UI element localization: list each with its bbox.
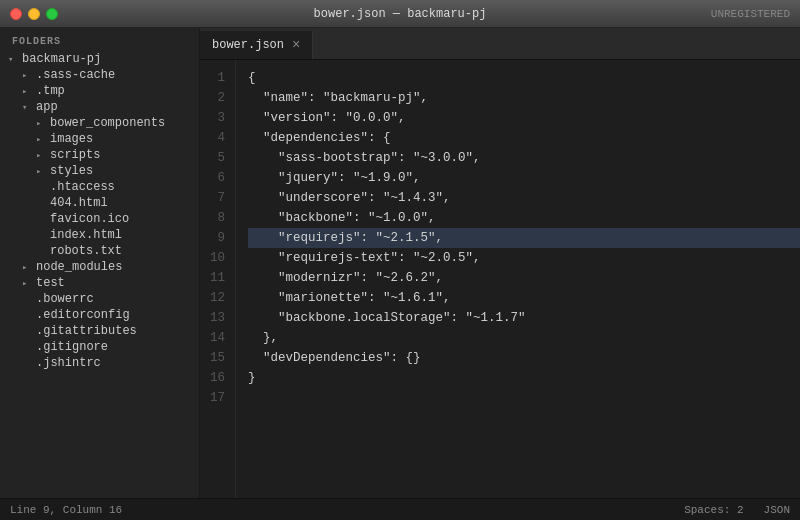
spaces-indicator: Spaces: 2 xyxy=(684,504,743,516)
code-line-14: }, xyxy=(248,328,800,348)
line-number-9: 9 xyxy=(208,228,225,248)
sidebar-header: FOLDERS xyxy=(0,28,199,51)
line-number-11: 11 xyxy=(208,268,225,288)
tree-label: node_modules xyxy=(36,260,199,274)
tree-item-faviconico[interactable]: favicon.ico xyxy=(0,211,199,227)
tree-arrow: ▸ xyxy=(36,118,50,129)
tree-arrow: ▾ xyxy=(22,102,36,113)
code-line-5: "sass-bootstrap": "~3.0.0", xyxy=(248,148,800,168)
tree-item-gitattributes[interactable]: .gitattributes xyxy=(0,323,199,339)
tree-item-styles[interactable]: ▸ styles xyxy=(0,163,199,179)
code-line-1: { xyxy=(248,68,800,88)
tab-bar: bower.json × xyxy=(200,28,800,60)
tree-label: bower_components xyxy=(50,116,199,130)
line-number-4: 4 xyxy=(208,128,225,148)
code-line-6: "jquery": "~1.9.0", xyxy=(248,168,800,188)
tree-item-test[interactable]: ▸ test xyxy=(0,275,199,291)
code-line-15: "devDependencies": {} xyxy=(248,348,800,368)
tree-label: .gitattributes xyxy=(36,324,199,338)
code-line-4: "dependencies": { xyxy=(248,128,800,148)
tree-arrow: ▾ xyxy=(8,54,22,65)
code-line-9: "requirejs": "~2.1.5", xyxy=(248,228,800,248)
tree-item-scripts[interactable]: ▸ scripts xyxy=(0,147,199,163)
tree-item-htaccess[interactable]: .htaccess xyxy=(0,179,199,195)
tree-item-gitignore[interactable]: .gitignore xyxy=(0,339,199,355)
tree-arrow: ▸ xyxy=(22,70,36,81)
tree-arrow: ▸ xyxy=(22,262,36,273)
file-tree: ▾ backmaru-pj ▸ .sass-cache ▸ .tmp ▾ app… xyxy=(0,51,199,371)
tree-label: .editorconfig xyxy=(36,308,199,322)
cursor-position: Line 9, Column 16 xyxy=(10,504,122,516)
tree-label: backmaru-pj xyxy=(22,52,199,66)
tree-label: robots.txt xyxy=(50,244,199,258)
tree-label: styles xyxy=(50,164,199,178)
tree-item-bower_components[interactable]: ▸ bower_components xyxy=(0,115,199,131)
language-indicator: JSON xyxy=(764,504,790,516)
tree-arrow: ▸ xyxy=(22,86,36,97)
tree-item-node_modules[interactable]: ▸ node_modules xyxy=(0,259,199,275)
editor-content: 1234567891011121314151617 { "name": "bac… xyxy=(200,60,800,498)
code-line-8: "backbone": "~1.0.0", xyxy=(248,208,800,228)
code-line-10: "requirejs-text": "~2.0.5", xyxy=(248,248,800,268)
tree-arrow: ▸ xyxy=(36,150,50,161)
tree-item-tmp[interactable]: ▸ .tmp xyxy=(0,83,199,99)
maximize-button[interactable] xyxy=(46,8,58,20)
code-line-2: "name": "backmaru-pj", xyxy=(248,88,800,108)
code-line-7: "underscore": "~1.4.3", xyxy=(248,188,800,208)
tree-item-sass-cache[interactable]: ▸ .sass-cache xyxy=(0,67,199,83)
code-line-12: "marionette": "~1.6.1", xyxy=(248,288,800,308)
line-number-2: 2 xyxy=(208,88,225,108)
tree-label: 404.html xyxy=(50,196,199,210)
code-line-13: "backbone.localStorage": "~1.1.7" xyxy=(248,308,800,328)
titlebar: bower.json — backmaru-pj UNREGISTERED xyxy=(0,0,800,28)
statusbar: Line 9, Column 16 Spaces: 2 JSON xyxy=(0,498,800,520)
tree-label: .sass-cache xyxy=(36,68,199,82)
tree-item-jshintrc[interactable]: .jshintrc xyxy=(0,355,199,371)
line-number-12: 12 xyxy=(208,288,225,308)
sidebar: FOLDERS ▾ backmaru-pj ▸ .sass-cache ▸ .t… xyxy=(0,28,200,498)
tab-bower-json[interactable]: bower.json × xyxy=(200,31,313,59)
tree-label: .tmp xyxy=(36,84,199,98)
minimize-button[interactable] xyxy=(28,8,40,20)
tree-label: app xyxy=(36,100,199,114)
tree-label: .bowerrc xyxy=(36,292,199,306)
tree-item-indexhtml[interactable]: index.html xyxy=(0,227,199,243)
editor-area: bower.json × 1234567891011121314151617 {… xyxy=(200,28,800,498)
code-editor[interactable]: { "name": "backmaru-pj", "version": "0.0… xyxy=(236,60,800,498)
code-line-17 xyxy=(248,388,800,408)
tree-item-bowerrc[interactable]: .bowerrc xyxy=(0,291,199,307)
line-number-7: 7 xyxy=(208,188,225,208)
line-number-13: 13 xyxy=(208,308,225,328)
code-line-3: "version": "0.0.0", xyxy=(248,108,800,128)
tree-arrow: ▸ xyxy=(36,166,50,177)
tree-item-robotstxt[interactable]: robots.txt xyxy=(0,243,199,259)
line-number-5: 5 xyxy=(208,148,225,168)
tree-item-editorconfig[interactable]: .editorconfig xyxy=(0,307,199,323)
tree-item-app[interactable]: ▾ app xyxy=(0,99,199,115)
tree-label: test xyxy=(36,276,199,290)
window-title: bower.json — backmaru-pj xyxy=(314,7,487,21)
line-number-14: 14 xyxy=(208,328,225,348)
line-number-6: 6 xyxy=(208,168,225,188)
tree-label: index.html xyxy=(50,228,199,242)
line-number-3: 3 xyxy=(208,108,225,128)
line-number-17: 17 xyxy=(208,388,225,408)
tree-label: .gitignore xyxy=(36,340,199,354)
line-numbers: 1234567891011121314151617 xyxy=(200,60,236,498)
tab-close-button[interactable]: × xyxy=(292,38,300,52)
tree-item-404html[interactable]: 404.html xyxy=(0,195,199,211)
tree-label: images xyxy=(50,132,199,146)
tree-label: .htaccess xyxy=(50,180,199,194)
close-button[interactable] xyxy=(10,8,22,20)
statusbar-right: Spaces: 2 JSON xyxy=(684,504,790,516)
code-line-16: } xyxy=(248,368,800,388)
line-number-1: 1 xyxy=(208,68,225,88)
tree-item-backmaru-pj[interactable]: ▾ backmaru-pj xyxy=(0,51,199,67)
tree-label: scripts xyxy=(50,148,199,162)
window-controls[interactable] xyxy=(10,8,58,20)
tree-label: favicon.ico xyxy=(50,212,199,226)
line-number-16: 16 xyxy=(208,368,225,388)
tab-label: bower.json xyxy=(212,38,284,52)
unregistered-label: UNREGISTERED xyxy=(711,8,790,20)
tree-item-images[interactable]: ▸ images xyxy=(0,131,199,147)
